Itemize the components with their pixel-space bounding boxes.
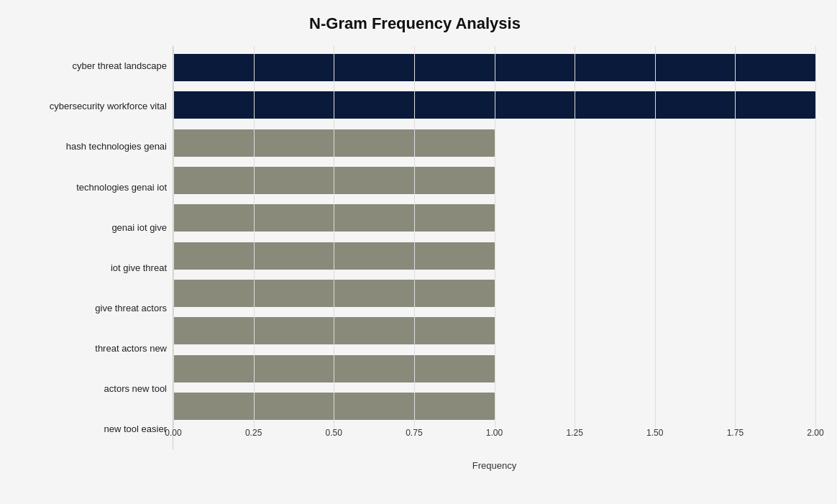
bars-wrapper [173,46,815,428]
y-axis-labels: cyber threat landscapecybersecurity work… [14,46,173,449]
bar [173,204,495,232]
bar [173,167,495,194]
y-label: cybersecurity workforce vital [14,86,167,127]
bar [173,91,815,119]
bar-row [173,87,815,123]
bar-row [173,200,815,236]
x-axis-label: 1.75 [727,428,744,438]
x-axis-labels: 0.000.250.500.751.001.251.501.752.00 [173,428,815,449]
chart-title: N-Gram Frequency Analysis [14,14,815,33]
bar [173,317,495,344]
y-label: cyber threat landscape [14,46,167,86]
y-label: new tool easier [14,409,167,449]
y-label: threat actors new [14,329,167,369]
bar-row [173,388,815,424]
x-axis-label: 0.50 [326,428,342,438]
y-label: give threat actors [14,288,167,329]
bar [173,242,495,270]
bar [173,280,495,307]
x-axis-label: 0.00 [165,428,181,438]
y-label: iot give threat [14,247,167,288]
bar [173,54,815,81]
chart-container: N-Gram Frequency Analysis cyber threat l… [0,0,837,504]
x-axis-label: 1.25 [566,428,582,438]
bar-row [173,125,815,161]
bar [173,355,495,382]
grid-line [815,46,816,428]
y-label: hash technologies genai [14,127,167,167]
bar-row [173,275,815,311]
chart-area: cyber threat landscapecybersecurity work… [14,46,815,449]
bar [173,129,495,157]
x-axis-label: 0.25 [245,428,262,438]
x-axis-label: 1.00 [486,428,503,438]
bar-row [173,50,815,86]
y-label: genai iot give [14,207,167,247]
bar-row [173,162,815,198]
bar-row [173,351,815,387]
y-label: technologies genai iot [14,167,167,207]
bar [173,393,495,420]
bars-area: 0.000.250.500.751.001.251.501.752.00 Fre… [173,46,815,449]
x-axis-label: 2.00 [807,428,823,438]
y-label: actors new tool [14,369,167,409]
x-axis-label: 0.75 [406,428,422,438]
bar-row [173,238,815,274]
bar-row [173,313,815,349]
x-axis-label: 1.50 [646,428,663,438]
x-axis-title: Frequency [472,460,516,471]
